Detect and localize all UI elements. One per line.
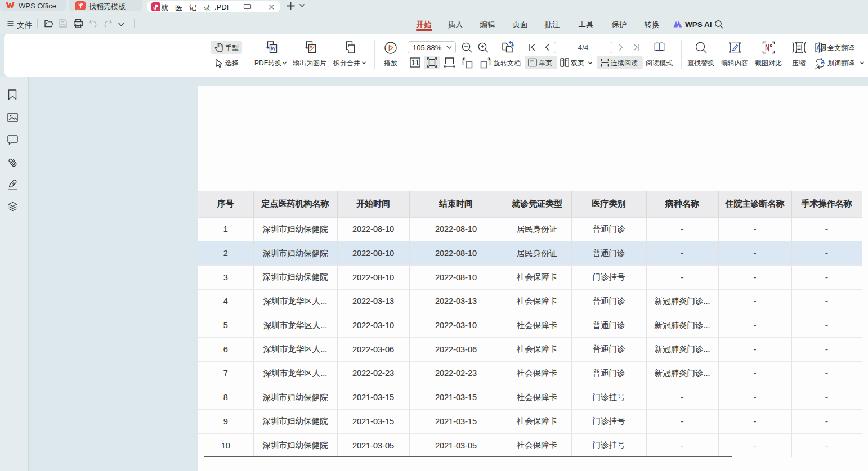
svg-text:A: A — [821, 59, 825, 65]
svg-text:A: A — [816, 44, 821, 51]
svg-text:文: 文 — [815, 64, 820, 69]
